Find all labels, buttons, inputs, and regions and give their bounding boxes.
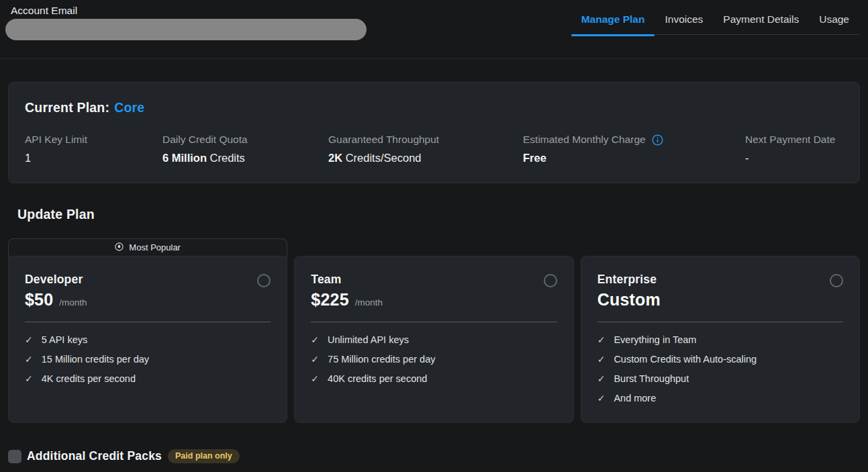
page-header: Account Email Manage Plan Invoices Payme… bbox=[0, 0, 868, 59]
feature-item: ✓Unlimited API keys bbox=[311, 334, 557, 346]
plan-price: $50 bbox=[25, 290, 53, 310]
plan-card-enterprise[interactable]: Enterprise Custom ✓Everything in Team ✓C… bbox=[581, 256, 860, 423]
plan-price: $225 bbox=[311, 290, 348, 310]
plan-name: Developer bbox=[25, 273, 87, 287]
check-icon: ✓ bbox=[597, 334, 606, 346]
stat-value: - bbox=[745, 152, 843, 164]
check-icon: ✓ bbox=[597, 392, 606, 405]
stat-value: 6 Million Credits bbox=[162, 152, 328, 164]
check-icon: ✓ bbox=[311, 373, 319, 385]
current-plan-name: Core bbox=[114, 100, 144, 115]
tab-payment-details[interactable]: Payment Details bbox=[713, 0, 809, 35]
feature-item: ✓Burst Throughput bbox=[597, 373, 843, 385]
feature-list: ✓Everything in Team ✓Custom Credits with… bbox=[597, 334, 843, 405]
info-icon[interactable] bbox=[652, 134, 663, 146]
feature-item: ✓75 Million credits per day bbox=[311, 353, 557, 366]
tab-manage-plan[interactable]: Manage Plan bbox=[571, 0, 655, 35]
plan-price: Custom bbox=[597, 290, 661, 310]
plan-radio-team[interactable] bbox=[544, 274, 557, 287]
feature-item: ✓Custom Credits with Auto-scaling bbox=[597, 353, 843, 366]
additional-credit-packs-row: Additional Credit Packs Paid plan only bbox=[8, 449, 240, 463]
current-plan-title-prefix: Current Plan: bbox=[25, 100, 109, 115]
stat-value: Free bbox=[523, 152, 745, 164]
account-email-label: Account Email bbox=[11, 5, 77, 17]
feature-item: ✓40K credits per second bbox=[311, 373, 557, 385]
plan-card-developer[interactable]: Developer $50 /month ✓5 API keys ✓15 Mil… bbox=[8, 256, 287, 423]
plan-period: /month bbox=[355, 297, 383, 308]
flame-icon bbox=[115, 242, 124, 253]
feature-item: ✓And more bbox=[597, 392, 843, 405]
stat-value: 2K Credits/Second bbox=[328, 152, 523, 164]
check-icon: ✓ bbox=[311, 353, 319, 366]
stat-guaranteed-throughput: Guaranteed Throughput 2K Credits/Second bbox=[328, 134, 523, 164]
check-icon: ✓ bbox=[311, 334, 319, 346]
current-plan-card: Current Plan:Core API Key Limit 1 Daily … bbox=[8, 82, 860, 183]
check-icon: ✓ bbox=[597, 373, 606, 385]
card-divider bbox=[311, 322, 557, 322]
plan-column-team: Team $225 /month ✓Unlimited API keys ✓75… bbox=[294, 238, 573, 423]
account-email-input[interactable] bbox=[5, 19, 367, 40]
paid-plan-only-badge: Paid plan only bbox=[168, 449, 240, 463]
plan-radio-enterprise[interactable] bbox=[830, 274, 843, 287]
check-icon: ✓ bbox=[25, 373, 33, 385]
feature-item: ✓4K credits per second bbox=[25, 373, 271, 385]
plan-column-enterprise: Enterprise Custom ✓Everything in Team ✓C… bbox=[581, 238, 860, 423]
stat-label: Next Payment Date bbox=[745, 134, 835, 146]
feature-item: ✓Everything in Team bbox=[597, 334, 843, 346]
credit-packs-label: Additional Credit Packs bbox=[27, 449, 162, 463]
current-plan-stats: API Key Limit 1 Daily Credit Quota 6 Mil… bbox=[25, 134, 843, 164]
check-icon: ✓ bbox=[597, 353, 606, 366]
update-plan-heading: Update Plan bbox=[17, 207, 95, 222]
credit-packs-checkbox[interactable] bbox=[8, 450, 21, 463]
stat-next-payment-date: Next Payment Date - bbox=[745, 134, 843, 164]
billing-page: Account Email Manage Plan Invoices Payme… bbox=[0, 0, 868, 472]
stat-label: API Key Limit bbox=[25, 134, 87, 146]
check-icon: ✓ bbox=[25, 334, 33, 346]
card-divider bbox=[597, 322, 843, 322]
current-plan-title: Current Plan:Core bbox=[25, 100, 843, 115]
feature-list: ✓Unlimited API keys ✓75 Million credits … bbox=[311, 334, 557, 385]
plan-name: Team bbox=[311, 273, 383, 287]
plan-column-developer: Most Popular Developer $50 /month ✓5 API bbox=[8, 238, 287, 423]
tab-invoices[interactable]: Invoices bbox=[655, 0, 713, 35]
feature-item: ✓15 Million credits per day bbox=[25, 353, 271, 366]
most-popular-badge: Most Popular bbox=[8, 238, 287, 256]
plan-name: Enterprise bbox=[597, 273, 667, 287]
plan-radio-developer[interactable] bbox=[257, 274, 271, 287]
feature-list: ✓5 API keys ✓15 Million credits per day … bbox=[25, 334, 271, 385]
stat-estimated-monthly-charge: Estimated Monthly Charge Free bbox=[523, 134, 745, 164]
stat-value: 1 bbox=[25, 152, 162, 164]
plan-period: /month bbox=[59, 297, 87, 308]
card-divider bbox=[25, 322, 271, 322]
most-popular-label: Most Popular bbox=[129, 242, 181, 252]
stat-api-key-limit: API Key Limit 1 bbox=[25, 134, 162, 164]
stat-label: Guaranteed Throughput bbox=[328, 134, 439, 146]
tab-bar: Manage Plan Invoices Payment Details Usa… bbox=[571, 0, 859, 35]
stat-daily-credit-quota: Daily Credit Quota 6 Million Credits bbox=[162, 134, 328, 164]
stat-label: Estimated Monthly Charge bbox=[523, 134, 646, 146]
check-icon: ✓ bbox=[25, 353, 33, 366]
feature-item: ✓5 API keys bbox=[25, 334, 271, 346]
tab-usage[interactable]: Usage bbox=[809, 0, 859, 35]
plan-card-team[interactable]: Team $225 /month ✓Unlimited API keys ✓75… bbox=[294, 256, 573, 423]
stat-label: Daily Credit Quota bbox=[162, 134, 248, 146]
plan-options: Most Popular Developer $50 /month ✓5 API bbox=[8, 238, 860, 423]
